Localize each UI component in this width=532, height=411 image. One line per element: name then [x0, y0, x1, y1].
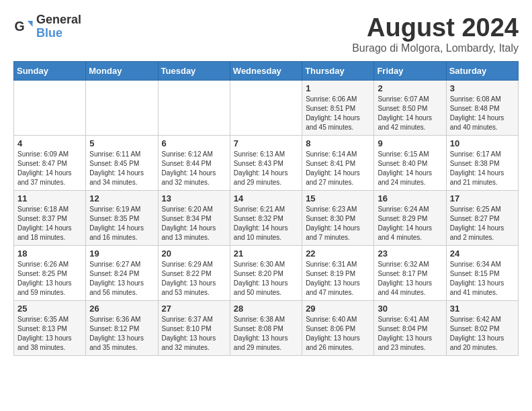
day-info: Sunrise: 6:12 AM Sunset: 8:44 PM Dayligh…: [162, 150, 226, 187]
day-info: Sunrise: 6:32 AM Sunset: 8:17 PM Dayligh…: [378, 260, 442, 298]
location-title: Burago di Molgora, Lombardy, Italy: [352, 42, 519, 54]
calendar-cell: [230, 81, 302, 136]
day-number: 8: [306, 138, 370, 148]
calendar-cell: 8Sunrise: 6:14 AM Sunset: 8:41 PM Daylig…: [302, 136, 374, 191]
day-number: 29: [306, 304, 370, 314]
day-info: Sunrise: 6:40 AM Sunset: 8:06 PM Dayligh…: [306, 315, 370, 353]
day-number: 16: [378, 193, 442, 203]
day-info: Sunrise: 6:42 AM Sunset: 8:02 PM Dayligh…: [450, 315, 515, 353]
calendar-week-row: 25Sunrise: 6:35 AM Sunset: 8:13 PM Dayli…: [14, 301, 519, 356]
day-number: 6: [162, 138, 226, 148]
calendar-cell: 25Sunrise: 6:35 AM Sunset: 8:13 PM Dayli…: [14, 301, 86, 356]
day-number: 13: [162, 193, 226, 203]
logo-blue-text: Blue: [36, 27, 81, 40]
day-number: 14: [234, 193, 298, 203]
day-number: 10: [450, 138, 515, 148]
header-saturday: Saturday: [446, 62, 518, 81]
day-number: 4: [17, 138, 82, 148]
day-number: 23: [378, 248, 442, 259]
day-info: Sunrise: 6:24 AM Sunset: 8:29 PM Dayligh…: [378, 205, 442, 242]
calendar-cell: 30Sunrise: 6:41 AM Sunset: 8:04 PM Dayli…: [374, 301, 446, 356]
calendar-week-row: 18Sunrise: 6:26 AM Sunset: 8:25 PM Dayli…: [14, 246, 519, 301]
calendar-cell: 17Sunrise: 6:25 AM Sunset: 8:27 PM Dayli…: [446, 191, 518, 246]
header-friday: Friday: [374, 62, 446, 81]
calendar-cell: 22Sunrise: 6:31 AM Sunset: 8:19 PM Dayli…: [302, 246, 374, 301]
calendar-cell: [86, 81, 158, 136]
day-info: Sunrise: 6:14 AM Sunset: 8:41 PM Dayligh…: [306, 150, 370, 187]
calendar-cell: 26Sunrise: 6:36 AM Sunset: 8:12 PM Dayli…: [86, 301, 158, 356]
day-info: Sunrise: 6:37 AM Sunset: 8:10 PM Dayligh…: [162, 315, 226, 353]
day-number: 3: [450, 83, 515, 93]
day-number: 26: [89, 304, 154, 314]
calendar-cell: [14, 81, 86, 136]
calendar-cell: 7Sunrise: 6:13 AM Sunset: 8:43 PM Daylig…: [230, 136, 302, 191]
header-thursday: Thursday: [302, 62, 374, 81]
calendar-cell: 27Sunrise: 6:37 AM Sunset: 8:10 PM Dayli…: [158, 301, 230, 356]
calendar-cell: 15Sunrise: 6:23 AM Sunset: 8:30 PM Dayli…: [302, 191, 374, 246]
calendar-cell: 4Sunrise: 6:09 AM Sunset: 8:47 PM Daylig…: [14, 136, 86, 191]
logo-icon: G: [13, 17, 34, 37]
day-number: 18: [17, 248, 82, 259]
calendar-cell: 10Sunrise: 6:17 AM Sunset: 8:38 PM Dayli…: [446, 136, 518, 191]
calendar-cell: 31Sunrise: 6:42 AM Sunset: 8:02 PM Dayli…: [446, 301, 518, 356]
day-info: Sunrise: 6:23 AM Sunset: 8:30 PM Dayligh…: [306, 205, 370, 242]
calendar-cell: 6Sunrise: 6:12 AM Sunset: 8:44 PM Daylig…: [158, 136, 230, 191]
day-info: Sunrise: 6:08 AM Sunset: 8:48 PM Dayligh…: [450, 95, 515, 132]
calendar-cell: 11Sunrise: 6:18 AM Sunset: 8:37 PM Dayli…: [14, 191, 86, 246]
day-number: 24: [450, 248, 515, 259]
day-number: 19: [89, 248, 154, 259]
calendar-cell: 13Sunrise: 6:20 AM Sunset: 8:34 PM Dayli…: [158, 191, 230, 246]
day-info: Sunrise: 6:25 AM Sunset: 8:27 PM Dayligh…: [450, 205, 515, 242]
calendar-table: SundayMondayTuesdayWednesdayThursdayFrid…: [13, 61, 519, 356]
title-section: August 2024 Burago di Molgora, Lombardy,…: [352, 13, 519, 54]
header-sunday: Sunday: [14, 62, 86, 81]
logo-text: General Blue: [36, 13, 81, 40]
calendar-cell: 20Sunrise: 6:29 AM Sunset: 8:22 PM Dayli…: [158, 246, 230, 301]
calendar-cell: 23Sunrise: 6:32 AM Sunset: 8:17 PM Dayli…: [374, 246, 446, 301]
logo-general-text: General: [36, 13, 81, 27]
day-info: Sunrise: 6:13 AM Sunset: 8:43 PM Dayligh…: [234, 150, 298, 187]
calendar-week-row: 4Sunrise: 6:09 AM Sunset: 8:47 PM Daylig…: [14, 136, 519, 191]
day-info: Sunrise: 6:18 AM Sunset: 8:37 PM Dayligh…: [17, 205, 82, 242]
calendar-cell: 5Sunrise: 6:11 AM Sunset: 8:45 PM Daylig…: [86, 136, 158, 191]
calendar-header-row: SundayMondayTuesdayWednesdayThursdayFrid…: [14, 62, 519, 81]
day-number: 1: [306, 83, 370, 93]
day-info: Sunrise: 6:06 AM Sunset: 8:51 PM Dayligh…: [306, 95, 370, 132]
day-info: Sunrise: 6:36 AM Sunset: 8:12 PM Dayligh…: [89, 315, 154, 353]
calendar-cell: [158, 81, 230, 136]
day-number: 22: [306, 248, 370, 259]
day-info: Sunrise: 6:09 AM Sunset: 8:47 PM Dayligh…: [17, 150, 82, 187]
day-info: Sunrise: 6:07 AM Sunset: 8:50 PM Dayligh…: [378, 95, 442, 132]
calendar-week-row: 11Sunrise: 6:18 AM Sunset: 8:37 PM Dayli…: [14, 191, 519, 246]
day-info: Sunrise: 6:20 AM Sunset: 8:34 PM Dayligh…: [162, 205, 226, 242]
calendar-cell: 28Sunrise: 6:38 AM Sunset: 8:08 PM Dayli…: [230, 301, 302, 356]
day-number: 5: [89, 138, 154, 148]
day-info: Sunrise: 6:17 AM Sunset: 8:38 PM Dayligh…: [450, 150, 515, 187]
day-info: Sunrise: 6:38 AM Sunset: 8:08 PM Dayligh…: [234, 315, 298, 353]
day-info: Sunrise: 6:34 AM Sunset: 8:15 PM Dayligh…: [450, 260, 515, 298]
day-number: 27: [162, 304, 226, 314]
svg-text:G: G: [15, 19, 25, 34]
calendar-cell: 18Sunrise: 6:26 AM Sunset: 8:25 PM Dayli…: [14, 246, 86, 301]
day-info: Sunrise: 6:15 AM Sunset: 8:40 PM Dayligh…: [378, 150, 442, 187]
calendar-cell: 2Sunrise: 6:07 AM Sunset: 8:50 PM Daylig…: [374, 81, 446, 136]
month-title: August 2024: [352, 13, 519, 42]
calendar-cell: 1Sunrise: 6:06 AM Sunset: 8:51 PM Daylig…: [302, 81, 374, 136]
day-number: 31: [450, 304, 515, 314]
calendar-cell: 3Sunrise: 6:08 AM Sunset: 8:48 PM Daylig…: [446, 81, 518, 136]
calendar-cell: 19Sunrise: 6:27 AM Sunset: 8:24 PM Dayli…: [86, 246, 158, 301]
day-number: 30: [378, 304, 442, 314]
day-info: Sunrise: 6:27 AM Sunset: 8:24 PM Dayligh…: [89, 260, 154, 298]
day-number: 12: [89, 193, 154, 203]
day-info: Sunrise: 6:26 AM Sunset: 8:25 PM Dayligh…: [17, 260, 82, 298]
day-info: Sunrise: 6:19 AM Sunset: 8:35 PM Dayligh…: [89, 205, 154, 242]
day-number: 11: [17, 193, 82, 203]
day-number: 9: [378, 138, 442, 148]
day-number: 17: [450, 193, 515, 203]
calendar-cell: 9Sunrise: 6:15 AM Sunset: 8:40 PM Daylig…: [374, 136, 446, 191]
svg-marker-1: [28, 21, 33, 27]
page-header: G General Blue August 2024 Burago di Mol…: [13, 13, 519, 54]
day-info: Sunrise: 6:30 AM Sunset: 8:20 PM Dayligh…: [234, 260, 298, 298]
calendar-cell: 21Sunrise: 6:30 AM Sunset: 8:20 PM Dayli…: [230, 246, 302, 301]
calendar-cell: 16Sunrise: 6:24 AM Sunset: 8:29 PM Dayli…: [374, 191, 446, 246]
